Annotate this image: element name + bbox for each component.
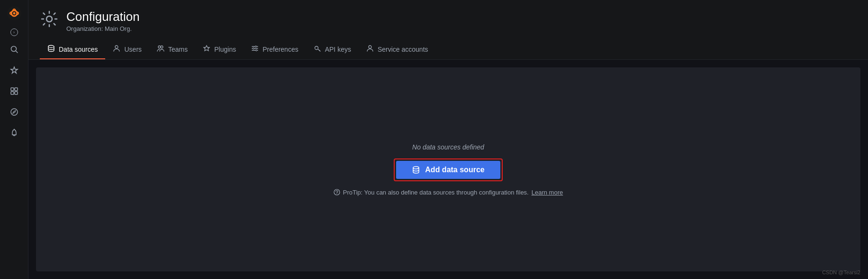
tab-datasources-label: Data sources: [59, 46, 98, 53]
svg-point-2: [13, 12, 15, 15]
sidebar: ›: [0, 0, 28, 279]
page-header: Configuration Organization: Main Org. Da…: [28, 0, 868, 60]
svg-point-3: [11, 46, 16, 52]
page-subtitle: Organization: Main Org.: [66, 25, 140, 32]
header-text: Configuration Organization: Main Org.: [66, 9, 140, 32]
svg-point-15: [161, 46, 163, 48]
protip-text: ProTip: You can also define data sources…: [334, 189, 563, 196]
tab-serviceaccounts[interactable]: Service accounts: [359, 40, 436, 59]
watermark: CSDN @Tearsi2: [822, 270, 860, 275]
protip-icon: [334, 189, 340, 195]
add-datasource-label: Add data source: [425, 166, 484, 174]
tab-preferences[interactable]: Preferences: [244, 40, 306, 59]
svg-point-25: [334, 189, 340, 195]
sidebar-item-explore[interactable]: [5, 102, 24, 121]
svg-point-12: [48, 46, 54, 48]
svg-point-14: [158, 46, 161, 48]
svg-point-26: [336, 194, 337, 194]
sidebar-toggle[interactable]: ›: [10, 28, 18, 36]
add-datasource-button[interactable]: Add data source: [396, 161, 500, 179]
sidebar-item-starred[interactable]: [5, 61, 24, 80]
content-area: No data sources defined Add data source …: [36, 67, 860, 271]
svg-point-23: [369, 46, 371, 48]
tab-preferences-label: Preferences: [262, 46, 298, 53]
preferences-tab-icon: [251, 45, 259, 54]
empty-state-text: No data sources defined: [412, 143, 484, 151]
svg-line-4: [16, 51, 18, 53]
serviceaccounts-tab-icon: [366, 45, 374, 54]
tab-apikeys[interactable]: API keys: [306, 40, 359, 59]
add-datasource-btn-wrapper: Add data source: [394, 158, 503, 181]
svg-point-19: [255, 46, 257, 47]
sidebar-item-dashboards[interactable]: [5, 82, 24, 101]
tab-users-label: Users: [124, 46, 142, 53]
page-title: Configuration: [66, 9, 140, 24]
database-icon: [412, 166, 420, 174]
tab-serviceaccounts-label: Service accounts: [378, 46, 428, 53]
datasource-tab-icon: [47, 45, 55, 54]
sidebar-item-alerts[interactable]: [5, 123, 24, 142]
grafana-logo[interactable]: [5, 4, 24, 23]
svg-point-20: [253, 48, 254, 49]
svg-point-13: [115, 46, 118, 48]
protip-message: ProTip: You can also define data sources…: [343, 189, 529, 196]
apikeys-tab-icon: [314, 45, 321, 54]
users-tab-icon: [113, 45, 120, 54]
chevron-right-icon: ›: [13, 30, 15, 35]
svg-point-11: [46, 16, 52, 22]
svg-rect-7: [11, 92, 14, 94]
svg-point-9: [11, 109, 18, 115]
tab-teams[interactable]: Teams: [149, 40, 195, 59]
header-top: Configuration Organization: Main Org.: [40, 9, 857, 32]
teams-tab-icon: [157, 45, 164, 54]
svg-point-24: [413, 167, 419, 169]
tab-bar: Data sources Users: [40, 40, 857, 59]
tab-plugins-label: Plugins: [214, 46, 236, 53]
tab-teams-label: Teams: [168, 46, 188, 53]
learn-more-link[interactable]: Learn more: [532, 189, 563, 196]
tab-apikeys-label: API keys: [325, 46, 351, 53]
svg-rect-8: [15, 92, 18, 94]
plugins-tab-icon: [203, 45, 210, 54]
svg-rect-5: [11, 88, 14, 91]
tab-users[interactable]: Users: [105, 40, 149, 59]
tab-datasources[interactable]: Data sources: [40, 40, 105, 59]
main-content: Configuration Organization: Main Org. Da…: [28, 0, 868, 279]
svg-rect-6: [15, 88, 18, 91]
configuration-icon: [40, 9, 59, 32]
sidebar-item-search[interactable]: [5, 40, 24, 59]
tab-plugins[interactable]: Plugins: [195, 40, 244, 59]
svg-point-21: [256, 50, 257, 51]
